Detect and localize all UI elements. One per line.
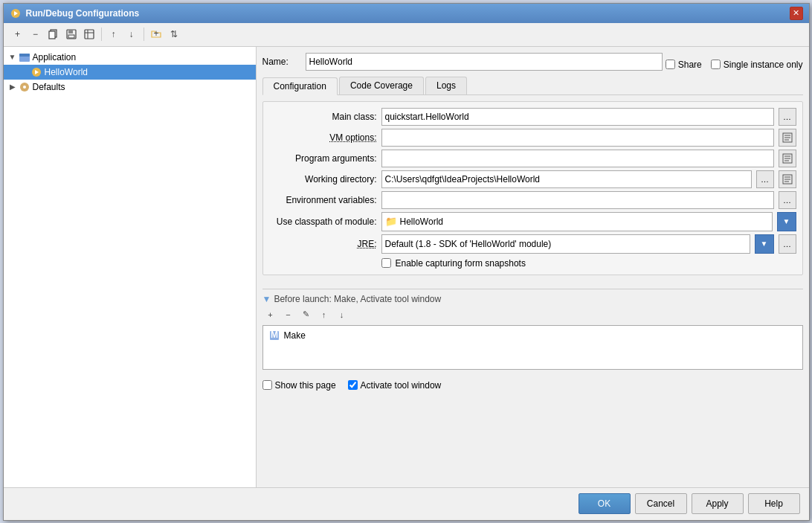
jre-label: JRE: [269, 239, 377, 249]
copy-config-button[interactable] [45, 26, 62, 42]
single-instance-label: Single instance only [724, 60, 803, 70]
bl-up-button[interactable]: ↑ [316, 307, 332, 322]
move-down-button[interactable]: ↓ [123, 26, 140, 42]
expand-icon-application: ▼ [7, 51, 19, 63]
create-folder-button[interactable]: + [148, 26, 164, 42]
working-dir-label: Working directory: [269, 174, 377, 185]
module-folder-icon: 📁 [385, 216, 397, 227]
run-config-icon [30, 66, 42, 78]
save-config-button[interactable] [63, 26, 80, 42]
activate-tool-window-checkbox[interactable] [348, 380, 358, 390]
activate-tool-window-checkbox-label[interactable]: Activate tool window [348, 380, 442, 391]
tree-root: ▼ Application HelloWorld ▶ [4, 47, 256, 97]
main-class-browse-button[interactable]: … [779, 108, 796, 126]
vm-options-input[interactable] [381, 129, 774, 147]
module-dropdown-button[interactable]: ▼ [777, 212, 796, 231]
remove-config-button[interactable]: − [28, 26, 44, 42]
working-dir-browse-button[interactable]: … [756, 170, 774, 188]
bl-item-make-label: Make [284, 330, 306, 341]
add-config-button[interactable]: + [10, 26, 26, 42]
snapshot-checkbox-row: Enable capturing form snapshots [381, 258, 796, 269]
before-launch-collapse-icon: ▼ [262, 294, 271, 304]
apply-button[interactable]: Apply [692, 493, 744, 514]
share-checkbox-label[interactable]: Share [666, 60, 702, 70]
before-launch-section: ▼ Before launch: Make, Activate tool win… [262, 289, 803, 370]
defaults-label: Defaults [33, 82, 65, 92]
show-page-label: Show this page [275, 380, 336, 391]
expand-icon-helloworld [19, 66, 30, 78]
vm-options-label: VM options: [269, 132, 377, 143]
tab-code-coverage[interactable]: Code Coverage [339, 77, 424, 94]
main-content: ▼ Application HelloWorld ▶ [4, 47, 809, 487]
module-label: Use classpath of module: [269, 216, 377, 227]
sort-button[interactable]: ⇅ [166, 26, 182, 42]
main-class-label: Main class: [269, 112, 377, 122]
help-button[interactable]: Help [748, 493, 800, 514]
ok-button[interactable]: OK [579, 493, 631, 514]
vm-options-expand-button[interactable] [779, 129, 796, 147]
titlebar-icon [10, 7, 22, 19]
share-checkbox[interactable] [666, 60, 675, 69]
single-instance-checkbox-label[interactable]: Single instance only [711, 60, 803, 70]
working-dir-expand-button[interactable] [779, 170, 796, 188]
defaults-icon [19, 81, 30, 93]
main-class-input[interactable] [381, 108, 774, 126]
left-panel: ▼ Application HelloWorld ▶ [4, 47, 257, 487]
tree-item-helloworld[interactable]: HelloWorld [4, 65, 256, 80]
svg-text:M: M [271, 330, 278, 340]
module-select[interactable]: 📁 HelloWorld [381, 212, 773, 231]
jre-dropdown-icon: ▼ [761, 240, 768, 248]
svg-rect-7 [85, 30, 94, 39]
snapshot-label[interactable]: Enable capturing form snapshots [396, 258, 526, 269]
module-value: HelloWorld [400, 216, 443, 227]
bl-edit-button[interactable]: ✎ [298, 307, 315, 322]
jre-browse-button[interactable]: … [779, 234, 796, 254]
snapshot-checkbox[interactable] [381, 258, 391, 268]
cancel-button[interactable]: Cancel [635, 493, 687, 514]
env-vars-input[interactable] [381, 191, 774, 209]
tab-logs[interactable]: Logs [425, 77, 467, 94]
jre-row: JRE: Default (1.8 - SDK of 'HelloWorld' … [269, 234, 796, 254]
before-launch-toolbar: + − ✎ ↑ ↓ [262, 307, 803, 322]
header-row: Name: Share Single instance only [262, 53, 803, 77]
jre-dropdown-button[interactable]: ▼ [755, 234, 774, 254]
vm-options-row: VM options: [269, 129, 796, 147]
titlebar-title: Run/Debug Configurations [26, 8, 785, 19]
jre-select[interactable]: Default (1.8 - SDK of 'HelloWorld' modul… [381, 234, 750, 254]
move-up-button[interactable]: ↑ [106, 26, 122, 42]
name-label: Name: [262, 57, 300, 67]
bl-remove-button[interactable]: − [280, 307, 297, 322]
working-dir-row: Working directory: … [269, 170, 796, 188]
toolbar-separator-1 [101, 28, 102, 41]
tree-item-application[interactable]: ▼ Application [4, 50, 256, 65]
program-args-expand-button[interactable] [779, 150, 796, 167]
config-section-main: Main class: … VM options: Progr [262, 101, 803, 275]
build-icon: M [269, 330, 280, 341]
bottom-options: Show this page Activate tool window [262, 380, 803, 391]
svg-rect-12 [19, 54, 30, 57]
configurations-toolbar: + − ↑ ↓ + ⇅ [4, 23, 809, 47]
bl-down-button[interactable]: ↓ [334, 307, 350, 322]
tree-item-defaults[interactable]: ▶ Defaults [4, 80, 256, 94]
settings-config-button[interactable] [81, 26, 97, 42]
env-vars-browse-button[interactable]: … [779, 191, 796, 209]
show-page-checkbox-label[interactable]: Show this page [262, 380, 336, 391]
bl-item-make[interactable]: M Make [266, 329, 799, 342]
show-page-checkbox[interactable] [262, 380, 272, 390]
working-dir-input[interactable] [381, 170, 752, 188]
env-vars-label: Environment variables: [269, 195, 377, 205]
program-args-input[interactable] [381, 150, 774, 167]
close-button[interactable]: ✕ [790, 7, 803, 20]
name-input[interactable] [306, 53, 663, 71]
single-instance-checkbox[interactable] [711, 60, 721, 69]
before-launch-header: ▼ Before launch: Make, Activate tool win… [262, 294, 803, 304]
before-launch-list: M Make [262, 325, 803, 370]
svg-rect-6 [68, 35, 74, 38]
svg-point-16 [23, 86, 26, 89]
application-folder-icon [19, 51, 30, 63]
jre-value: Default (1.8 - SDK of 'HelloWorld' modul… [385, 239, 552, 249]
right-panel: Name: Share Single instance only Confi [257, 47, 809, 487]
tab-configuration[interactable]: Configuration [262, 77, 338, 95]
main-class-row: Main class: … [269, 108, 796, 126]
bl-add-button[interactable]: + [262, 307, 279, 322]
